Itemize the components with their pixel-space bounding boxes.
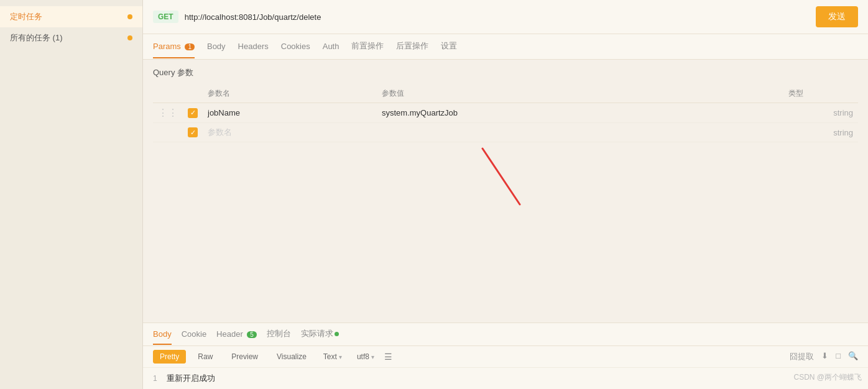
tab-headers[interactable]: Headers bbox=[238, 35, 269, 58]
param-value-empty[interactable] bbox=[377, 123, 783, 142]
checkbox-cell[interactable]: ✓ bbox=[183, 123, 203, 142]
param-type-cell: string bbox=[783, 103, 858, 123]
format-pretty-btn[interactable]: Pretty bbox=[153, 350, 186, 364]
main-panel: GET 发送 Params 1 Body Headers Cookies Aut… bbox=[143, 0, 868, 389]
drag-handle: ⋮⋮ bbox=[153, 103, 183, 123]
search-icon[interactable]: 🔍 bbox=[848, 351, 858, 362]
response-tabs-bar: Body Cookie Header 5 控制台 实际请求 bbox=[143, 323, 868, 346]
filter-icon[interactable]: ☰ bbox=[384, 352, 392, 362]
response-tab-header[interactable]: Header 5 bbox=[216, 324, 257, 345]
sidebar-item-scheduled-tasks[interactable]: 定时任务 bbox=[0, 6, 142, 27]
download-icon[interactable]: ⬇ bbox=[821, 351, 828, 362]
tab-body[interactable]: Body bbox=[207, 35, 226, 58]
tab-settings[interactable]: 设置 bbox=[441, 34, 457, 59]
col-name-header: 参数名 bbox=[203, 85, 377, 103]
response-toolbar: Pretty Raw Preview Visualize Text ▾ utf8… bbox=[143, 346, 868, 368]
green-dot-icon bbox=[335, 332, 339, 336]
drag-icon: ⋮⋮ bbox=[158, 108, 178, 118]
param-name-placeholder: 参数名 bbox=[208, 127, 232, 137]
sidebar-item-all-tasks[interactable]: 所有的任务 (1) bbox=[0, 27, 142, 48]
extract-action-icon[interactable]: 囧提取 bbox=[790, 351, 814, 362]
sidebar-item-label: 所有的任务 (1) bbox=[10, 32, 63, 43]
format-raw-btn[interactable]: Raw bbox=[191, 350, 219, 364]
tab-post-op[interactable]: 后置操作 bbox=[396, 34, 428, 59]
params-table: 参数名 参数值 类型 ⋮⋮ ✓ jobName bbox=[153, 85, 858, 142]
line-number: 1 bbox=[153, 374, 157, 383]
col-type-header: 类型 bbox=[783, 85, 858, 103]
url-input[interactable] bbox=[185, 12, 810, 22]
col-drag-header bbox=[153, 85, 183, 103]
param-value-cell[interactable]: system.myQuartzJob bbox=[377, 103, 783, 123]
chevron-down-icon: ▾ bbox=[339, 354, 342, 360]
checkbox-checked-icon-2[interactable]: ✓ bbox=[188, 127, 198, 137]
tab-pre-op[interactable]: 前置操作 bbox=[351, 34, 384, 59]
drag-handle bbox=[153, 123, 183, 142]
response-body: 1 重新开启成功 bbox=[143, 368, 868, 389]
send-button[interactable]: 发送 bbox=[816, 6, 858, 27]
params-badge: 1 bbox=[185, 43, 195, 50]
table-row: ⋮⋮ ✓ jobName system.myQuartzJob string bbox=[153, 103, 858, 123]
tab-cookies[interactable]: Cookies bbox=[281, 35, 310, 58]
header-badge: 5 bbox=[247, 331, 257, 338]
annotation-area bbox=[153, 142, 858, 217]
format-preview-btn[interactable]: Preview bbox=[224, 350, 265, 364]
col-check-header bbox=[183, 85, 203, 103]
copy-icon[interactable]: □ bbox=[836, 351, 841, 362]
request-tabs-bar: Params 1 Body Headers Cookies Auth 前置操作 … bbox=[143, 34, 868, 60]
content-area: Query 参数 参数名 参数值 类型 ⋮⋮ bbox=[143, 60, 868, 389]
text-dropdown-btn[interactable]: Text ▾ bbox=[318, 350, 347, 363]
http-method: GET bbox=[153, 11, 178, 23]
url-bar: GET 发送 bbox=[143, 0, 868, 34]
checkbox-checked-icon[interactable]: ✓ bbox=[188, 108, 198, 118]
response-tab-console[interactable]: 控制台 bbox=[267, 323, 291, 346]
sidebar-dot-0 bbox=[127, 14, 132, 19]
tab-params[interactable]: Params 1 bbox=[153, 35, 195, 58]
query-section-title: Query 参数 bbox=[153, 67, 858, 78]
chevron-down-icon-2: ▾ bbox=[371, 354, 374, 360]
params-section: Query 参数 参数名 参数值 类型 ⋮⋮ bbox=[143, 60, 868, 323]
sidebar-dot-1 bbox=[127, 35, 132, 40]
response-content: 重新开启成功 bbox=[167, 373, 215, 383]
param-type-empty: string bbox=[783, 123, 858, 142]
table-row: ✓ 参数名 string bbox=[153, 123, 858, 142]
svg-line-0 bbox=[482, 149, 520, 204]
sidebar-item-label: 定时任务 bbox=[10, 11, 42, 22]
response-section: Body Cookie Header 5 控制台 实际请求 Pretty Raw… bbox=[143, 323, 868, 389]
param-name-empty[interactable]: 参数名 bbox=[203, 123, 377, 142]
tab-auth[interactable]: Auth bbox=[323, 35, 339, 58]
sidebar: 定时任务 所有的任务 (1) bbox=[0, 0, 143, 389]
response-tab-actual-request[interactable]: 实际请求 bbox=[301, 323, 339, 346]
watermark: CSDN @两个蝴蝶飞 bbox=[793, 372, 862, 383]
response-actions: 囧提取 ⬇ □ 🔍 bbox=[790, 351, 858, 362]
param-name-cell[interactable]: jobName bbox=[203, 103, 377, 123]
format-visualize-btn[interactable]: Visualize bbox=[270, 350, 313, 364]
red-arrow-annotation bbox=[476, 142, 526, 217]
col-value-header: 参数值 bbox=[377, 85, 783, 103]
encoding-dropdown-btn[interactable]: utf8 ▾ bbox=[352, 350, 379, 363]
checkbox-cell[interactable]: ✓ bbox=[183, 103, 203, 123]
response-tab-body[interactable]: Body bbox=[153, 324, 172, 345]
response-tab-cookie[interactable]: Cookie bbox=[182, 324, 206, 345]
